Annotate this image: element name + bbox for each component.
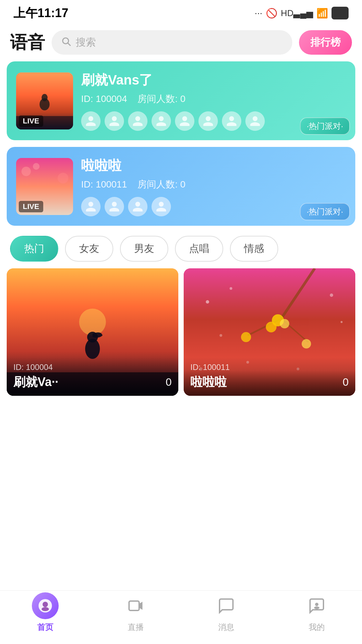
card-meta-2: ID: 100011 房间人数: 0 (81, 178, 346, 191)
hot-tag-2: ·热门派对· (300, 203, 350, 220)
avatar-slot (152, 111, 171, 131)
avatar-slot (175, 111, 194, 131)
grid-card-bottom-2: 啦啦啦 0 (190, 374, 349, 390)
message-icon-wrap (213, 592, 240, 619)
svg-point-37 (314, 606, 319, 609)
svg-point-27 (220, 334, 222, 337)
home-icon (37, 598, 53, 614)
grid-card-overlay-1: ID: 100004 刷就Va·· 0 (7, 357, 178, 396)
card-name-1: 刷就Vans了 (81, 71, 346, 89)
svg-point-23 (302, 339, 311, 348)
avatar-slot (128, 111, 147, 131)
nav-label-profile: 我的 (309, 622, 325, 633)
svg-point-8 (33, 163, 40, 170)
featured-card-2[interactable]: LIVE 啦啦啦 ID: 100011 房间人数: 0 ·热门派对· (7, 147, 355, 226)
category-tabs: 热门 女友 男友 点唱 情感 (0, 226, 362, 268)
grid-card-overlay-2: ID: 100011 啦啦啦 0 (184, 357, 355, 396)
tab-hot[interactable]: 热门 (10, 236, 58, 262)
grid-card-name-2: 啦啦啦 (190, 374, 227, 390)
profile-icon (309, 598, 325, 614)
search-icon (61, 36, 71, 49)
live-icon (128, 598, 144, 614)
message-icon (218, 598, 234, 614)
nav-item-message[interactable]: 消息 (213, 592, 240, 633)
avatar-slot (128, 197, 147, 216)
rank-button[interactable]: 排行榜 (299, 30, 352, 55)
grid-card-count-2: 0 (343, 376, 349, 388)
battery-indicator: 99 (331, 7, 349, 19)
search-placeholder: 搜索 (76, 36, 96, 49)
grid-card-name-1: 刷就Va·· (13, 374, 58, 390)
tab-boyfriend[interactable]: 男友 (120, 236, 168, 262)
nav-label-live: 直播 (128, 622, 144, 633)
nav-item-home[interactable]: 首页 (32, 592, 59, 633)
live-badge-1: LIVE (19, 115, 43, 127)
featured-card-1[interactable]: LIVE 刷就Vans了 ID: 100004 房间人数: 0 ·热门派对· (7, 61, 355, 140)
svg-point-26 (330, 293, 333, 297)
live-icon-wrap (122, 592, 149, 619)
card-meta-1: ID: 100004 房间人数: 0 (81, 93, 346, 105)
svg-point-34 (42, 607, 49, 611)
profile-icon-wrap (303, 592, 330, 619)
avatar-slot (81, 111, 101, 131)
signal-bars-icon: HD▃▄▅ (281, 8, 313, 18)
avatar-slot (105, 197, 124, 216)
card-thumbnail-1: LIVE (16, 72, 73, 129)
svg-point-28 (341, 321, 343, 323)
grid-card-count-1: 0 (166, 376, 172, 388)
wifi-icon: 📶 (316, 8, 328, 19)
tab-emotion[interactable]: 情感 (230, 236, 278, 262)
avatar-slot (198, 111, 218, 131)
tab-girlfriend[interactable]: 女友 (65, 236, 113, 262)
svg-rect-35 (129, 601, 139, 610)
nav-label-message: 消息 (218, 622, 234, 633)
status-time: 上午11:17 (13, 5, 68, 21)
avatar-slot (81, 197, 101, 216)
avatar-slot (222, 111, 241, 131)
svg-point-33 (43, 602, 48, 607)
card-thumbnail-2: LIVE (16, 158, 73, 215)
card-name-2: 啦啦啦 (81, 156, 346, 175)
svg-point-36 (315, 603, 318, 606)
svg-point-21 (266, 322, 277, 332)
svg-point-9 (58, 173, 68, 183)
grid-card-bottom-1: 刷就Va·· 0 (13, 374, 172, 390)
status-bar: 上午11:17 ··· 🚫 HD▃▄▅ 📶 99 (0, 0, 362, 23)
network-icon: 🚫 (266, 8, 278, 19)
grid-card-1[interactable]: ID: 100004 刷就Va·· 0 (7, 268, 178, 396)
nav-item-live[interactable]: 直播 (122, 592, 149, 633)
home-icon-wrap (32, 592, 59, 619)
header: 语音 搜索 排行榜 (0, 23, 362, 61)
svg-point-25 (230, 287, 232, 290)
grid-section: ID: 100004 刷就Va·· 0 (0, 268, 362, 396)
featured-section: LIVE 刷就Vans了 ID: 100004 房间人数: 0 ·热门派对· (0, 61, 362, 226)
tab-singalong[interactable]: 点唱 (175, 236, 223, 262)
avatar-slot (245, 111, 265, 131)
svg-line-1 (68, 43, 70, 46)
bottom-nav: 首页 直播 消息 我的 (0, 590, 362, 644)
grid-card-2[interactable]: ID: 100011 啦啦啦 0 (184, 268, 355, 396)
svg-point-20 (280, 319, 289, 328)
grid-card-id-1: ID: 100004 (13, 363, 172, 372)
grid-card-id-2: ID: 100011 (190, 363, 349, 372)
page-title: 语音 (10, 31, 45, 54)
signal-icon: ··· (255, 8, 262, 18)
status-icons: ··· 🚫 HD▃▄▅ 📶 99 (255, 7, 349, 19)
nav-label-home: 首页 (37, 622, 53, 633)
avatar-slot (105, 111, 124, 131)
hot-tag-1: ·热门派对· (300, 117, 350, 135)
live-badge-2: LIVE (19, 201, 43, 212)
svg-point-7 (21, 167, 31, 176)
search-bar[interactable]: 搜索 (52, 30, 292, 55)
svg-point-22 (241, 332, 251, 342)
avatar-slot (152, 197, 171, 216)
svg-point-24 (206, 300, 209, 304)
nav-item-profile[interactable]: 我的 (303, 592, 330, 633)
svg-point-4 (42, 94, 48, 101)
svg-point-11 (79, 309, 106, 335)
